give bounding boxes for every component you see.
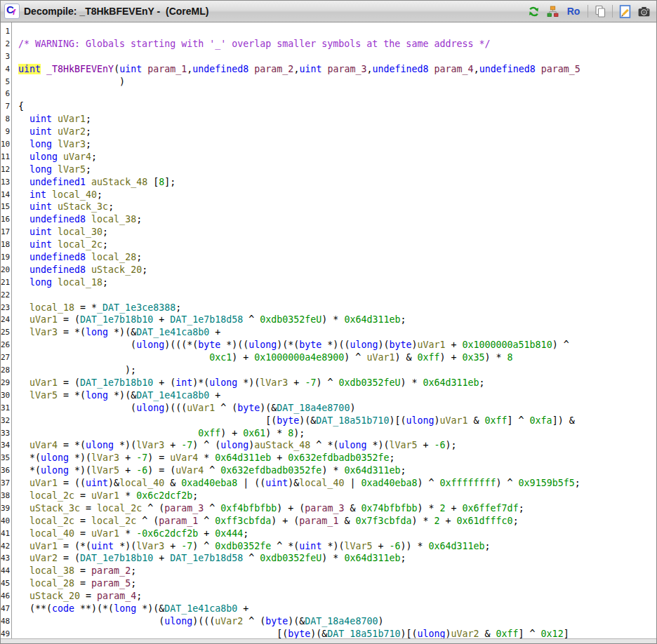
line-number: 30: [1, 389, 11, 402]
code-line[interactable]: 38 local_2c = uVar1 * 0x6c2dcf2b;: [1, 490, 656, 502]
code-text: );: [11, 364, 136, 377]
code-token: local_30: [58, 227, 102, 237]
code-token: +: [209, 327, 220, 337]
line-number: 37: [1, 477, 11, 490]
code-token: +: [164, 541, 181, 551]
code-line[interactable]: 4uint _T8HkBFEVEnY(uint param_1,undefine…: [1, 63, 656, 76]
bottom-scrollbar-track[interactable]: [1, 638, 656, 644]
code-line[interactable]: 18 uint local_2c;: [1, 239, 656, 251]
code-line[interactable]: 21 long local_18;: [1, 276, 656, 289]
code-line[interactable]: 1: [1, 25, 656, 38]
code-token: uint: [119, 64, 142, 74]
code-line[interactable]: 11 ulong uVar4;: [1, 151, 656, 163]
refresh-button[interactable]: [526, 4, 540, 18]
code-token: )(*(: [277, 340, 299, 350]
code-line[interactable]: 43 uVar2 = (DAT_1e7b18b10 + DAT_1e7b18d5…: [1, 552, 656, 565]
code-line[interactable]: 16 undefined8 local_38;: [1, 213, 656, 226]
code-line[interactable]: 31 (ulong)(((uVar1 ^ (byte)(&DAT_18a4e87…: [1, 402, 656, 415]
code-token: +: [164, 440, 181, 450]
code-line[interactable]: 41 local_40 = uVar1 * -0x6c2dcf2b + 0x44…: [1, 528, 656, 540]
edit-button[interactable]: [618, 4, 632, 18]
code-token: local_2c: [91, 516, 136, 526]
code-token: 0xad40eba8: [361, 478, 417, 488]
code-line[interactable]: 33 0xff) + 0x61) * 8);: [1, 427, 656, 440]
code-text: uVar1 = ((uint)&local_40 & 0xad40eba8 | …: [11, 477, 580, 490]
code-token: DAT_1e41ca8b0: [164, 603, 237, 614]
code-line[interactable]: 29 uVar1 = (DAT_1e7b18b10 + (int)*(ulong…: [1, 377, 656, 389]
code-line[interactable]: 19 undefined8 local_28;: [1, 251, 656, 264]
code-token: 8: [159, 177, 164, 187]
code-line[interactable]: 47 (**(code **)(*(long *)(&DAT_1e41ca8b0…: [1, 603, 656, 615]
code-token: undefined8: [29, 214, 86, 224]
code-line[interactable]: 10 long lVar3;: [1, 138, 656, 151]
code-line[interactable]: 22: [1, 289, 656, 302]
code-line[interactable]: 44 local_38 = param_2;: [1, 565, 656, 577]
code-token: |: [344, 478, 361, 488]
code-token: uVar1: [417, 340, 445, 350]
code-line[interactable]: 20 undefined8 uStack_20;: [1, 264, 656, 276]
code-line[interactable]: 24 uVar1 = (DAT_1e7b18b10 + DAT_1e7b18d5…: [1, 314, 656, 326]
decompiler-code-area[interactable]: 12/* WARNING: Globals starting with '_' …: [1, 22, 656, 639]
code-token: uint: [29, 114, 52, 124]
code-line[interactable]: 32 [(byte)(&DAT_18a51b710)[(ulong)uVar1 …: [1, 415, 656, 427]
code-token: long: [29, 277, 52, 288]
code-line[interactable]: 5 ): [1, 76, 656, 88]
code-token: [52, 139, 58, 149]
copy-button[interactable]: [593, 4, 607, 18]
code-line[interactable]: 3: [1, 51, 656, 63]
code-line[interactable]: 26 (ulong)(((*(byte *)((ulong)(*(byte *)…: [1, 339, 656, 351]
code-line[interactable]: 9 uint uVar2;: [1, 126, 656, 138]
callgraph-button[interactable]: [545, 4, 559, 18]
code-line[interactable]: 45 local_28 = param_5;: [1, 577, 656, 590]
code-line[interactable]: 23 local_18 = *_DAT_1e3ce8388;: [1, 302, 656, 314]
code-token: /* WARNING: Globals starting with '_' ov…: [18, 39, 490, 49]
code-token: +: [372, 541, 389, 551]
code-token: ;: [519, 503, 524, 514]
code-line[interactable]: 12 long lVar5;: [1, 163, 656, 176]
code-line[interactable]: 37 uVar1 = ((uint)&local_40 & 0xad40eba8…: [1, 477, 656, 490]
code-token: [52, 126, 58, 137]
code-token: DAT_18a51b710: [316, 415, 389, 426]
code-line[interactable]: 39 uStack_3c = local_2c ^ (param_3 ^ 0xf…: [1, 502, 656, 515]
code-line[interactable]: 6: [1, 88, 656, 100]
rename-button[interactable]: Ro: [564, 4, 583, 18]
line-number: 11: [1, 151, 11, 163]
code-token: [58, 152, 63, 162]
code-line[interactable]: 15 uint uStack_3c;: [1, 201, 656, 213]
code-text: uVar1 = (DAT_1e7b18b10 + (int)*(ulong *)…: [11, 377, 485, 389]
code-token: lVar3: [58, 139, 86, 149]
code-token: local_40: [52, 189, 97, 200]
code-line[interactable]: 35 *(ulong *)(lVar3 + -7) = uVar4 * 0x64…: [1, 452, 656, 464]
code-token: =: [80, 503, 97, 514]
code-line[interactable]: 36 *(ulong *)(lVar5 + -6) = (uVar4 ^ 0x6…: [1, 464, 656, 477]
code-text: uVar4 = *(ulong *)(lVar3 + -7) ^ (ulong)…: [11, 439, 457, 452]
code-line[interactable]: 14 int local_40;: [1, 189, 656, 201]
code-token: ): [378, 616, 383, 626]
code-line[interactable]: 7{: [1, 100, 656, 113]
code-line[interactable]: 46 uStack_20 = param_4;: [1, 590, 656, 603]
code-line[interactable]: 2/* WARNING: Globals starting with '_' o…: [1, 38, 656, 51]
code-line[interactable]: 30 lVar5 = *(long *)(&DAT_1e41ca8b0 +: [1, 389, 656, 402]
code-line[interactable]: 8 uint uVar1;: [1, 113, 656, 126]
code-line[interactable]: 34 uVar4 = *(ulong *)(lVar3 + -7) ^ (ulo…: [1, 439, 656, 452]
code-line[interactable]: 48 (ulong)(((uVar2 ^ (byte)(&DAT_18a4e87…: [1, 615, 656, 628]
snapshot-button[interactable]: [637, 4, 651, 18]
code-token: )&: [108, 478, 119, 488]
code-line[interactable]: 13 undefined1 auStack_48 [8];: [1, 176, 656, 189]
code-line[interactable]: 17 uint local_30;: [1, 226, 656, 239]
line-number: 49: [1, 628, 11, 639]
code-token: [18, 516, 29, 526]
line-number: 24: [1, 314, 11, 326]
code-line[interactable]: 40 local_2c = local_2c ^ (param_1 ^ 0xff…: [1, 515, 656, 528]
code-line[interactable]: 49 [(byte)(&DAT_18a51b710)[(ulong)uVar2 …: [1, 628, 656, 639]
code-line[interactable]: 25 lVar3 = *(long *)(&DAT_1e41ca8b0 +: [1, 326, 656, 339]
code-token: uVar1: [187, 403, 215, 413]
code-line[interactable]: 28 );: [1, 364, 656, 377]
code-token: uint: [29, 201, 52, 212]
code-token: ) &: [394, 352, 417, 363]
code-line[interactable]: 27 0xc1) + 0x1000000a4e8900) ^ uVar1) & …: [1, 351, 656, 364]
code-token: ;: [136, 214, 142, 224]
code-token: +: [237, 603, 248, 614]
code-line[interactable]: 42 uVar1 = (*(uint *)(lVar3 + -7) ^ 0xdb…: [1, 540, 656, 553]
code-token: +: [271, 452, 288, 463]
